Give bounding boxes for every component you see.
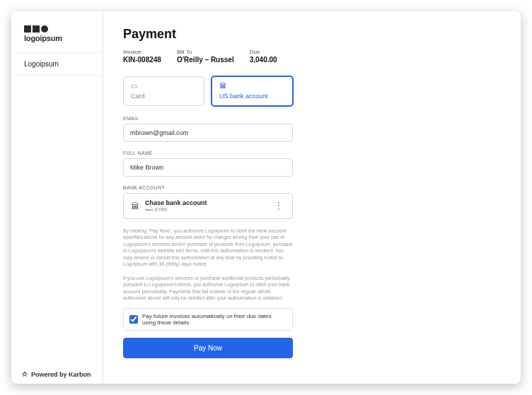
card-icon: ▭ <box>131 83 137 90</box>
autopay-label: Pay future invoices automatically on the… <box>142 313 287 326</box>
autopay-checkbox[interactable] <box>129 315 138 324</box>
pay-now-button[interactable]: Pay Now <box>123 338 293 358</box>
bank-account-row[interactable]: 🏛 Chase bank account •••• 6789 ⋮ <box>123 193 293 219</box>
meta-billto: Bill To O'Reilly – Russel <box>177 49 234 64</box>
main-panel: Payment Invoice KIN-008248 Bill To O'Rei… <box>103 11 521 384</box>
bank-name: Chase bank account <box>145 199 267 206</box>
legal-p2: If you use Logoipsum's services or purch… <box>123 275 293 302</box>
bank-kebab-icon[interactable]: ⋮ <box>272 201 285 211</box>
fullname-label: FULL NAME <box>123 151 293 155</box>
meta-due-label: Due <box>250 49 277 55</box>
method-bank-label: US bank account <box>219 93 268 100</box>
method-card-button[interactable]: ▭ Card <box>123 76 204 106</box>
fullname-group: FULL NAME <box>123 151 293 177</box>
org-row[interactable]: Logoipsum <box>11 52 103 76</box>
meta-billto-value: O'Reilly – Russel <box>177 56 234 64</box>
bank-texts: Chase bank account •••• 6789 <box>145 199 267 213</box>
page-title: Payment <box>123 27 501 42</box>
autopay-row[interactable]: Pay future invoices automatically on the… <box>123 308 293 331</box>
method-bank-button[interactable]: 🏛 US bank account <box>212 76 293 106</box>
bank-last4: •••• 6789 <box>145 206 267 213</box>
sidebar: logoipsum Logoipsum Powered by Karbon <box>11 11 103 384</box>
meta-invoice: Invoice KIN-008248 <box>123 49 161 64</box>
payment-method-tabs: ▭ Card 🏛 US bank account <box>123 76 293 106</box>
meta-due: Due 3,040.00 <box>250 49 277 64</box>
bank-label: BANK ACCOUNT <box>123 185 293 190</box>
meta-billto-label: Bill To <box>177 49 234 55</box>
method-card-label: Card <box>131 93 145 100</box>
brand-logo: logoipsum <box>11 11 103 52</box>
bank-icon: 🏛 <box>219 83 226 90</box>
email-group: EMAIL <box>123 116 293 142</box>
app-window: logoipsum Logoipsum Powered by Karbon Pa… <box>11 11 521 384</box>
bank-building-icon: 🏛 <box>131 201 139 211</box>
legal-p1: By clicking "Pay Now", you authorize Log… <box>123 228 293 268</box>
invoice-meta: Invoice KIN-008248 Bill To O'Reilly – Ru… <box>123 49 501 64</box>
email-label: EMAIL <box>123 116 293 121</box>
meta-due-value: 3,040.00 <box>250 56 277 64</box>
brand-name: logoipsum <box>24 34 90 42</box>
fullname-field[interactable] <box>123 158 293 177</box>
meta-invoice-label: Invoice <box>123 49 161 55</box>
karbon-icon <box>21 371 28 378</box>
powered-by: Powered by Karbon <box>21 371 91 378</box>
powered-by-text: Powered by Karbon <box>31 371 91 378</box>
email-field[interactable] <box>123 124 293 142</box>
logo-squares-icon <box>24 25 90 33</box>
meta-invoice-value: KIN-008248 <box>123 56 161 64</box>
bank-group: BANK ACCOUNT 🏛 Chase bank account •••• 6… <box>123 185 293 219</box>
